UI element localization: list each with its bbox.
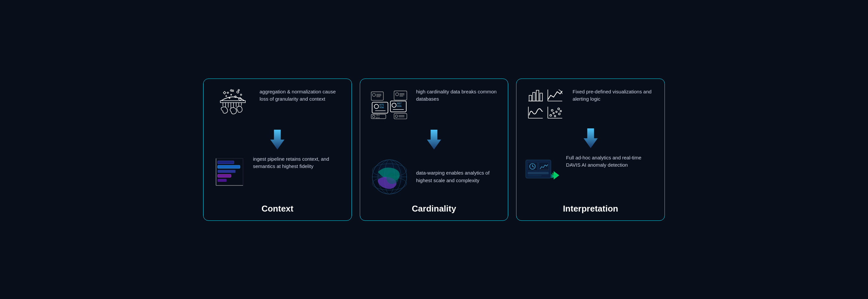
cardinality-globe-icon bbox=[368, 155, 411, 198]
svg-point-5 bbox=[226, 95, 227, 96]
svg-point-86 bbox=[554, 115, 556, 117]
interpretation-top-icons bbox=[524, 88, 567, 120]
context-bottom-icon bbox=[211, 155, 248, 188]
svg-point-81 bbox=[553, 113, 554, 114]
context-card: aggregation & normalization cause loss o… bbox=[203, 79, 352, 221]
svg-marker-21 bbox=[271, 130, 285, 150]
svg-point-7 bbox=[229, 97, 230, 98]
svg-point-84 bbox=[558, 108, 560, 110]
context-arrow bbox=[211, 130, 344, 150]
svg-point-83 bbox=[556, 111, 557, 112]
svg-marker-61 bbox=[427, 130, 441, 150]
svg-marker-88 bbox=[583, 128, 597, 148]
svg-point-82 bbox=[551, 109, 553, 111]
svg-rect-25 bbox=[218, 165, 240, 168]
svg-rect-69 bbox=[529, 95, 532, 101]
main-container: aggregation & normalization cause loss o… bbox=[203, 79, 665, 221]
line-chart-icon bbox=[547, 88, 563, 102]
svg-point-87 bbox=[559, 113, 560, 115]
interpretation-arrow bbox=[524, 128, 657, 148]
cardinality-top-description: high cardinality data breaks common data… bbox=[416, 88, 500, 103]
svg-point-49 bbox=[392, 103, 396, 107]
svg-rect-72 bbox=[540, 93, 542, 101]
bar-chart-icon bbox=[528, 88, 544, 102]
svg-point-39 bbox=[395, 93, 398, 96]
interpretation-card: Fixed pre-defined visualizations and ale… bbox=[516, 79, 665, 221]
svg-rect-96 bbox=[528, 172, 549, 174]
svg-point-44 bbox=[374, 104, 379, 109]
cardinality-card: 075 956 007 666 763 654 bbox=[360, 79, 508, 221]
svg-point-54 bbox=[372, 115, 375, 118]
cardinality-arrow bbox=[368, 130, 500, 150]
svg-point-1 bbox=[227, 92, 228, 93]
context-title: Context bbox=[261, 204, 293, 214]
svg-rect-94 bbox=[539, 162, 549, 170]
svg-point-4 bbox=[240, 94, 242, 95]
svg-rect-12 bbox=[220, 101, 245, 102]
svg-point-2 bbox=[237, 91, 239, 93]
context-bottom-description: ingest pipeline retains context, and sem… bbox=[253, 155, 344, 170]
svg-point-8 bbox=[238, 89, 240, 91]
svg-rect-23 bbox=[218, 161, 234, 164]
interpretation-top-description: Fixed pre-defined visualizations and ale… bbox=[572, 88, 657, 103]
scatter-plot-icon bbox=[547, 105, 563, 120]
svg-rect-97 bbox=[528, 175, 541, 176]
svg-point-3 bbox=[231, 94, 232, 95]
svg-rect-30 bbox=[218, 179, 226, 181]
svg-rect-71 bbox=[536, 90, 539, 101]
svg-marker-9 bbox=[223, 91, 226, 94]
interpretation-bottom-description: Full ad-hoc analytics and real-time DAVI… bbox=[566, 154, 657, 169]
context-top-icon bbox=[211, 88, 254, 121]
interpretation-title: Interpretation bbox=[563, 204, 618, 214]
svg-rect-70 bbox=[533, 92, 535, 101]
svg-text:956: 956 bbox=[379, 106, 383, 109]
svg-rect-28 bbox=[218, 174, 231, 177]
interpretation-bottom-icon bbox=[524, 154, 561, 194]
context-top-description: aggregation & normalization cause loss o… bbox=[259, 88, 344, 103]
wave-chart-icon bbox=[528, 105, 544, 120]
svg-point-85 bbox=[560, 110, 562, 112]
svg-point-58 bbox=[395, 115, 397, 117]
cardinality-top-icon: 075 956 007 666 763 654 bbox=[368, 88, 411, 121]
svg-text:654: 654 bbox=[376, 116, 380, 119]
svg-text:666: 666 bbox=[397, 104, 401, 108]
svg-rect-57 bbox=[394, 113, 407, 119]
cardinality-title: Cardinality bbox=[412, 204, 456, 214]
svg-rect-27 bbox=[218, 170, 236, 173]
cardinality-bottom-description: data-warping enables analytics of highes… bbox=[416, 169, 500, 184]
svg-point-80 bbox=[550, 114, 552, 116]
svg-point-34 bbox=[372, 93, 375, 96]
